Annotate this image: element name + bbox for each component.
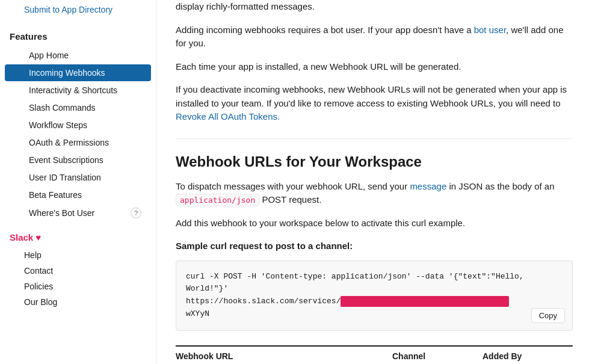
slack-brand[interactable]: Slack ♥ — [10, 232, 146, 242]
main-content-area: display richly-formatted messages. Addin… — [156, 0, 595, 364]
sidebar-item-workflow-steps[interactable]: Workflow Steps — [5, 117, 151, 134]
section-title: Webhook URLs for Your Workspace — [176, 153, 573, 170]
sidebar-item-beta-features[interactable]: Beta Features — [5, 187, 151, 203]
webhook-table-header: Webhook URL Channel Added By — [176, 345, 573, 364]
revoke-oauth-link[interactable]: Revoke All OAuth Tokens. — [176, 111, 280, 122]
heart-icon: ♥ — [35, 232, 41, 242]
sidebar-footer-links: Help Contact Policies Our Blog — [0, 245, 156, 312]
table-col-added-by: Added By — [482, 351, 573, 361]
code-line-3: https://hooks.slack.com/services/ — [186, 295, 563, 308]
sidebar-item-wheres-bot-user[interactable]: Where's Bot User ? — [5, 204, 151, 222]
contact-link[interactable]: Contact — [10, 263, 146, 279]
intro-paragraph-3: Each time your app is installed, a new W… — [176, 60, 573, 74]
copy-button[interactable]: Copy — [531, 308, 565, 323]
sidebar-footer: Slack ♥ — [0, 223, 156, 245]
sidebar-item-incoming-webhooks[interactable]: Incoming Webhooks — [5, 64, 151, 81]
intro-paragraph-1: display richly-formatted messages. — [176, 0, 573, 14]
sidebar-item-user-id-translation[interactable]: User ID Translation — [5, 169, 151, 186]
code-line-1: curl -X POST -H 'Content-type: applicati… — [186, 271, 563, 283]
intro-paragraph-4: If you deactivate incoming webhooks, new… — [176, 83, 573, 124]
sidebar-item-app-home[interactable]: App Home — [5, 47, 151, 64]
redacted-token — [341, 296, 509, 307]
sidebar-features-header: Features — [0, 22, 156, 46]
help-icon[interactable]: ? — [131, 208, 141, 218]
sidebar-submit-link[interactable]: Submit to App Directory — [0, 0, 156, 22]
our-blog-link[interactable]: Our Blog — [10, 294, 146, 310]
message-link[interactable]: message — [410, 181, 446, 191]
content-type-code: application/json — [176, 194, 259, 206]
sidebar-item-slash-commands[interactable]: Slash Commands — [5, 99, 151, 116]
curl-code-block: curl -X POST -H 'Content-type: applicati… — [176, 261, 573, 331]
section-divider — [176, 138, 573, 139]
sidebar-item-interactivity-shortcuts[interactable]: Interactivity & Shortcuts — [5, 82, 151, 99]
code-line-4: wXYyN — [186, 308, 563, 321]
table-col-webhook-url: Webhook URL — [176, 351, 392, 361]
help-link[interactable]: Help — [10, 247, 146, 263]
code-line-2: World!"}' — [186, 283, 563, 295]
dispatch-paragraph: To dispatch messages with your webhook U… — [176, 180, 573, 207]
sample-label: Sample curl request to post to a channel… — [176, 239, 573, 253]
add-webhook-text: Add this webhook to your workspace below… — [176, 217, 573, 230]
sidebar: Submit to App Directory Features App Hom… — [0, 0, 156, 364]
intro-paragraph-2: Adding incoming webhooks requires a bot … — [176, 23, 573, 51]
sidebar-item-event-subscriptions[interactable]: Event Subscriptions — [5, 152, 151, 168]
sidebar-item-oauth-permissions[interactable]: OAuth & Permissions — [5, 134, 151, 151]
policies-link[interactable]: Policies — [10, 279, 146, 294]
bot-user-link[interactable]: bot user — [474, 25, 506, 35]
table-col-channel: Channel — [392, 351, 482, 361]
